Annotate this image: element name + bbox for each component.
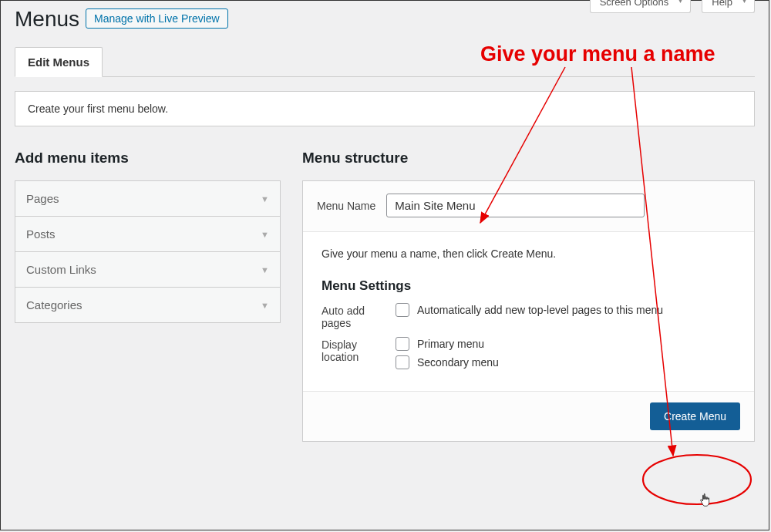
cursor-pointer-icon: [699, 493, 713, 510]
first-menu-notice: Create your first menu below.: [15, 91, 755, 126]
menu-name-row: Menu Name: [303, 181, 754, 232]
footer-row: Create Menu: [303, 391, 754, 441]
annotation-text: Give your menu a name: [480, 42, 715, 66]
chevron-down-icon: ▼: [261, 265, 269, 274]
secondary-menu-line: Secondary menu: [396, 355, 736, 369]
primary-menu-line: Primary menu: [396, 337, 736, 351]
create-menu-button[interactable]: Create Menu: [650, 402, 740, 430]
menu-structure-column: Menu structure Menu Name Give your menu …: [302, 150, 755, 442]
menu-structure-heading: Menu structure: [302, 150, 755, 167]
accordion-label: Pages: [26, 192, 59, 205]
primary-menu-checkbox[interactable]: [396, 337, 409, 351]
instruction-text: Give your menu a name, then click Create…: [303, 232, 754, 264]
add-menu-items-column: Add menu items Pages ▼ Posts ▼ Custom Li…: [15, 150, 281, 442]
secondary-menu-label: Secondary menu: [417, 356, 499, 369]
live-preview-button[interactable]: Manage with Live Preview: [86, 8, 228, 29]
chevron-down-icon: ▼: [261, 301, 269, 310]
app-frame: Menus Manage with Live Preview Screen Op…: [0, 0, 769, 530]
accordion-posts[interactable]: Posts ▼: [15, 217, 280, 252]
accordion-label: Custom Links: [26, 263, 96, 276]
auto-add-option-line: Automatically add new top-level pages to…: [396, 303, 736, 317]
screen-options-group: Screen Options Help: [590, 0, 755, 13]
primary-menu-label: Primary menu: [417, 338, 484, 350]
chevron-down-icon: ▼: [261, 230, 269, 239]
auto-add-pages-row: Auto add pages Automatically add new top…: [322, 303, 736, 329]
screen-options-button[interactable]: Screen Options: [590, 0, 692, 13]
menu-name-input[interactable]: [386, 194, 645, 217]
display-location-row: Display location Primary menu Secondary …: [322, 337, 736, 374]
menu-settings-section: Menu Settings Auto add pages Automatical…: [303, 264, 754, 391]
accordion-pages[interactable]: Pages ▼: [15, 181, 280, 217]
help-button[interactable]: Help: [702, 0, 755, 13]
menu-name-label: Menu Name: [317, 200, 375, 212]
auto-add-label: Auto add pages: [322, 303, 396, 329]
auto-add-checkbox[interactable]: [396, 303, 409, 317]
accordion-label: Categories: [26, 298, 82, 311]
secondary-menu-checkbox[interactable]: [396, 355, 409, 369]
page-title: Menus: [15, 7, 79, 32]
chevron-down-icon: ▼: [261, 194, 269, 204]
accordion-label: Posts: [26, 227, 56, 241]
annotation-ellipse: [643, 455, 751, 504]
auto-add-option-label: Automatically add new top-level pages to…: [417, 304, 663, 316]
accordion-categories[interactable]: Categories ▼: [15, 288, 280, 322]
accordion-custom-links[interactable]: Custom Links ▼: [15, 252, 280, 288]
menu-settings-heading: Menu Settings: [322, 278, 736, 294]
columns: Add menu items Pages ▼ Posts ▼ Custom Li…: [15, 150, 755, 442]
menu-structure-box: Menu Name Give your menu a name, then cl…: [302, 180, 755, 442]
accordion: Pages ▼ Posts ▼ Custom Links ▼ Categorie…: [15, 180, 281, 323]
add-items-heading: Add menu items: [15, 150, 281, 167]
top-bar: Menus Manage with Live Preview Screen Op…: [1, 1, 769, 32]
display-location-label: Display location: [322, 337, 396, 374]
tab-edit-menus[interactable]: Edit Menus: [15, 47, 103, 77]
